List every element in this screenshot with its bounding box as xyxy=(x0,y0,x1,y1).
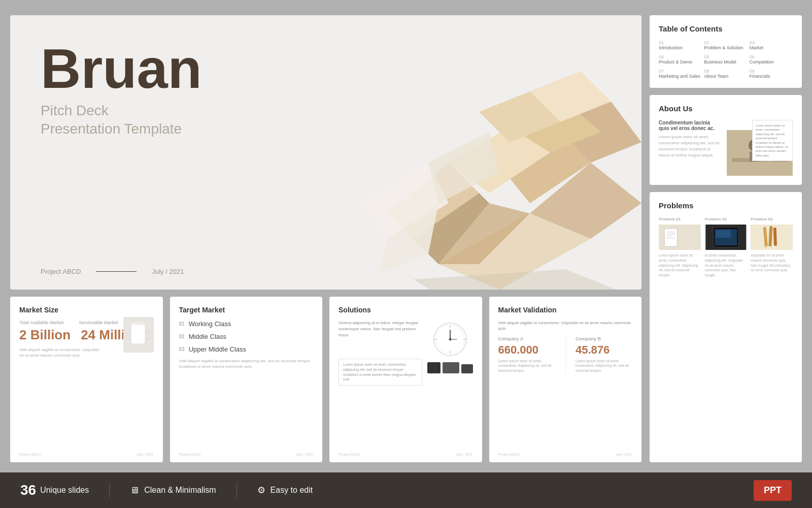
total-market-label: Total Available Market xyxy=(19,320,63,325)
footer-stat-label: Unique slides xyxy=(40,486,89,495)
toc-num-5: 05 xyxy=(704,54,747,59)
market-validation-card: Market Validation Velit aliquet sagittis… xyxy=(489,297,642,462)
total-market-value: 2 Billion xyxy=(19,327,71,343)
problem-1-thumb xyxy=(659,225,701,250)
market-mug-image xyxy=(123,317,154,353)
svg-rect-36 xyxy=(666,234,675,235)
monitor-icon: 🖥 xyxy=(130,485,139,496)
target-footer-left: Project ABCD xyxy=(179,453,201,456)
hero-footer: Project ABCD July / 2021 xyxy=(41,268,184,275)
toc-title: Table of Contents xyxy=(659,24,793,33)
svg-point-26 xyxy=(449,338,451,341)
problem-1-desc: Lorem ipsum dolor sit amet, consectetur … xyxy=(659,253,701,278)
footer-stat: 36 Unique slides xyxy=(20,482,89,498)
target-num-2: 02 xyxy=(179,334,185,339)
problem-1: Problem 01 Lorem ipsum dolor sit amet, xyxy=(659,217,701,278)
hero-divider xyxy=(96,271,137,272)
toc-label-3: Market xyxy=(750,45,793,50)
problems-card: Problems Problem 01 xyxy=(650,192,802,462)
list-item: 01 Working Class xyxy=(179,320,314,328)
market-size-title: Market Size xyxy=(19,306,154,314)
target-num-3: 03 xyxy=(179,346,185,352)
company-a-label: Company A xyxy=(498,336,555,341)
market-footer-right: July / 2021 xyxy=(137,453,154,456)
problems-title: Problems xyxy=(659,201,793,210)
toc-item-7: 07 Marketing and Sales xyxy=(659,69,702,79)
toc-item-4: 04 Product & Demo xyxy=(659,54,702,65)
toc-label-5: Business Model xyxy=(704,59,747,65)
footer-feature-1: 🖥 Clean & Minimalism xyxy=(130,485,216,496)
about-us-subtitle: Condimentum lacinia quis vel eros donec … xyxy=(659,120,722,131)
svg-rect-35 xyxy=(666,232,675,233)
market-validation-title: Market Validation xyxy=(498,306,633,314)
toc-item-5: 05 Business Model xyxy=(704,54,747,65)
settings-icon: ⚙ xyxy=(257,485,265,496)
problem-1-label: Problem 01 xyxy=(659,217,701,221)
solutions-box-text: Lorem ipsum dolor sit amet, consectetur … xyxy=(343,362,418,382)
validation-intro: Velit aliquet sagittis id consectetur. V… xyxy=(498,320,633,331)
toc-num-4: 04 xyxy=(659,54,702,59)
toc-item-3: 03 Market xyxy=(750,40,793,50)
footer-feature-2: ⚙ Easy to edit xyxy=(257,485,313,496)
problem-3-thumb xyxy=(751,225,793,250)
toc-item-9: 09 Financials xyxy=(750,69,793,79)
validation-footer-right: July / 2021 xyxy=(615,453,632,456)
toc-label-4: Product & Demo xyxy=(659,59,702,65)
toc-label-9: Financials xyxy=(750,74,793,79)
company-a: Company A 660.000 Lorem ipsum dolor sit … xyxy=(498,336,555,372)
svg-rect-16 xyxy=(131,324,145,344)
ppt-badge[interactable]: PPT xyxy=(754,480,792,501)
company-b-desc: Lorem ipsum dolor sit amet, consectetur.… xyxy=(576,359,632,372)
problem-3-label: Problem 03 xyxy=(751,217,793,221)
toc-item-6: 06 Competition xyxy=(750,54,793,65)
footer-divider-2 xyxy=(236,483,237,498)
toc-item-8: 08 About Team xyxy=(704,69,747,79)
footer-stat-num: 36 xyxy=(20,482,36,498)
about-us-body: Lorem ipsum dolor sit amet, consectetur … xyxy=(659,134,722,158)
solutions-title: Solutions xyxy=(339,306,473,314)
solutions-body: Viverra adipiscing at in tellus. Integer… xyxy=(339,320,420,338)
footer-feature-2-label: Easy to edit xyxy=(270,486,313,495)
problem-2-desc: Id amet consectetur adipiscing elit. Vul… xyxy=(705,253,747,278)
company-b-label: Company B xyxy=(576,336,632,341)
solutions-card: Solutions Viverra adipiscing at in tellu… xyxy=(329,297,482,462)
footer-feature-1-label: Clean & Minimalism xyxy=(144,486,216,495)
about-text-overlay: Lorem ipsum dolor sit amet, consectetur … xyxy=(752,120,793,161)
hero-title: Bruan xyxy=(41,41,611,97)
svg-point-17 xyxy=(131,322,145,325)
svg-rect-42 xyxy=(716,230,731,238)
target-market-list: 01 Working Class 02 Middle Class 03 Uppe… xyxy=(179,320,314,353)
problem-2-label: Problem 02 xyxy=(705,217,747,221)
company-a-value: 660.000 xyxy=(498,343,555,357)
toc-num-7: 07 xyxy=(659,69,702,74)
footer-divider-1 xyxy=(109,483,110,498)
problems-grid: Problem 01 Lorem ipsum dolor sit amet, xyxy=(659,217,793,278)
market-desc: Velit aliquet sagittis id consectetur. V… xyxy=(19,347,100,358)
target-num-1: 01 xyxy=(179,321,185,327)
bottom-slides-row: Market Size Total Available Market Servi… xyxy=(10,297,641,462)
target-label-3: Upper Middle Class xyxy=(189,345,246,353)
solutions-footer-left: Project ABCD xyxy=(339,453,360,456)
problem-3-desc: Vulputate mi sit amet mauris commodo qui… xyxy=(751,253,793,273)
toc-label-7: Marketing and Sales xyxy=(659,74,702,79)
about-us-title: About Us xyxy=(659,104,793,113)
about-us-card: About Us Condimentum lacinia quis vel er… xyxy=(650,95,802,185)
problem-2-thumb xyxy=(705,225,747,250)
list-item: 02 Middle Class xyxy=(179,333,314,340)
target-market-card: Target Market 01 Working Class 02 Middle… xyxy=(170,297,323,462)
list-item: 03 Upper Middle Class xyxy=(179,345,314,353)
validation-companies: Company A 660.000 Lorem ipsum dolor sit … xyxy=(498,336,633,372)
target-market-title: Target Market xyxy=(179,306,314,314)
about-us-content: Condimentum lacinia quis vel eros donec … xyxy=(659,120,793,176)
toc-label-1: Introduction xyxy=(659,45,702,50)
problem-2: Problem 02 Id amet consectetur adipiscin… xyxy=(705,217,747,278)
target-label-1: Working Class xyxy=(189,320,231,328)
toc-num-2: 02 xyxy=(704,40,747,45)
toc-num-8: 08 xyxy=(704,69,747,74)
problem-3: Problem 03 Vulputate mi sit amet mauris … xyxy=(751,217,793,278)
about-us-text: Condimentum lacinia quis vel eros donec … xyxy=(659,120,722,176)
solutions-footer-right: July / 2021 xyxy=(456,453,473,456)
footer: 36 Unique slides 🖥 Clean & Minimalism ⚙ … xyxy=(0,472,812,508)
solutions-box: Lorem ipsum dolor sit amet, consectetur … xyxy=(339,359,422,386)
hero-slide: Bruan Pitch Deck Presentation Template P… xyxy=(10,15,641,290)
